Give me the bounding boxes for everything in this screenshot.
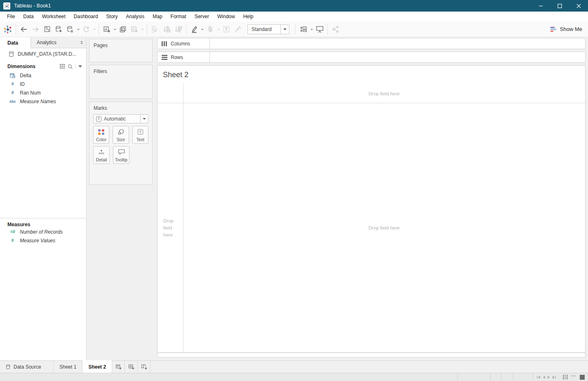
- toolbar: Standard: [0, 21, 588, 37]
- sort-descending-icon[interactable]: [172, 24, 184, 35]
- show-hide-cards-caret[interactable]: [309, 24, 314, 35]
- sheet-title[interactable]: Sheet 2: [163, 71, 188, 79]
- sheet-nav-controls: [533, 373, 559, 381]
- highlight-icon[interactable]: [188, 24, 200, 35]
- field-measure-names[interactable]: Abc Measure Names: [0, 97, 86, 106]
- show-mark-labels-icon[interactable]: [221, 24, 232, 35]
- fix-axes-icon[interactable]: [232, 24, 244, 35]
- view-canvas[interactable]: Sheet 2 Drop field here Drop field here …: [157, 65, 586, 357]
- detail-button[interactable]: Detail: [93, 146, 110, 164]
- rows-shelf[interactable]: Rows: [157, 52, 586, 63]
- presentation-mode-icon[interactable]: [314, 24, 325, 35]
- last-sheet-icon[interactable]: [553, 376, 556, 379]
- menu-server[interactable]: Server: [191, 12, 213, 21]
- share-icon[interactable]: [330, 24, 341, 35]
- pane-menu-caret-icon[interactable]: [78, 65, 82, 68]
- new-dashboard-button[interactable]: [125, 361, 138, 373]
- previous-sheet-icon[interactable]: [543, 376, 545, 379]
- menu-format[interactable]: Format: [167, 12, 191, 21]
- columns-shelf[interactable]: Columns: [157, 38, 586, 49]
- pause-auto-updates-icon[interactable]: [64, 24, 76, 35]
- new-worksheet-caret[interactable]: [113, 24, 117, 35]
- show-hide-cards-icon[interactable]: [298, 24, 309, 35]
- group-members-caret[interactable]: [216, 24, 221, 35]
- field-id[interactable]: # ID: [0, 80, 86, 88]
- new-worksheet-button[interactable]: [112, 361, 125, 373]
- duplicate-sheet-icon[interactable]: [117, 24, 129, 35]
- minimize-button[interactable]: [531, 0, 550, 12]
- color-button[interactable]: Color: [93, 126, 109, 144]
- redo-icon[interactable]: [30, 24, 41, 35]
- show-tabs-icon[interactable]: [563, 375, 568, 379]
- menu-dashboard[interactable]: Dashboard: [70, 12, 102, 21]
- menu-worksheet[interactable]: Worksheet: [38, 12, 70, 21]
- rows-drop-area[interactable]: [210, 52, 585, 62]
- number-icon: #: [9, 90, 16, 95]
- mark-type-dropdown[interactable]: T Automatic: [93, 114, 148, 123]
- new-dashboard-icon: [128, 363, 135, 370]
- show-me-label: Show Me: [560, 26, 582, 32]
- field-number-of-records[interactable]: =# Number of Records: [0, 227, 86, 236]
- clear-sheet-caret[interactable]: [140, 24, 145, 35]
- field-label: Measure Values: [20, 238, 55, 244]
- pane-swap-icon[interactable]: [80, 41, 83, 44]
- fit-selector-caret[interactable]: [280, 25, 289, 34]
- tab-sheet1[interactable]: Sheet 1: [54, 361, 82, 373]
- tab-sheet2[interactable]: Sheet 2: [82, 360, 112, 373]
- main-area: Data Analytics DUMMY_DATA (STAR.D... Dim…: [0, 37, 588, 360]
- pages-shelf[interactable]: Pages: [89, 39, 153, 62]
- size-label: Size: [117, 137, 125, 142]
- filmstrip-view-icon[interactable]: [571, 375, 576, 380]
- data-source-item[interactable]: DUMMY_DATA (STAR.D...: [0, 48, 86, 60]
- show-me-button[interactable]: Show Me: [550, 26, 582, 32]
- menu-window[interactable]: Window: [213, 12, 239, 21]
- run-update-caret[interactable]: [92, 24, 96, 35]
- close-button[interactable]: [569, 0, 588, 12]
- field-label: Number of Records: [20, 229, 63, 235]
- field-label: Measure Names: [20, 99, 56, 104]
- measures-title: Measures: [7, 222, 30, 227]
- swap-rows-columns-icon[interactable]: [149, 24, 161, 35]
- new-data-source-icon[interactable]: [53, 24, 64, 35]
- tooltip-button[interactable]: Tooltip: [113, 146, 129, 164]
- size-button[interactable]: Size: [113, 126, 129, 144]
- menu-bar: File Data Worksheet Dashboard Story Anal…: [0, 12, 588, 21]
- columns-drop-area[interactable]: [210, 38, 585, 49]
- size-circles-icon: [113, 126, 128, 137]
- fit-selector[interactable]: Standard: [247, 24, 289, 34]
- field-measure-values[interactable]: # Measure Values: [0, 236, 86, 245]
- find-field-icon[interactable]: [68, 64, 73, 69]
- new-story-button[interactable]: [138, 361, 151, 373]
- clear-sheet-icon[interactable]: [129, 24, 140, 35]
- highlight-caret[interactable]: [200, 24, 205, 35]
- view-data-icon[interactable]: [60, 64, 65, 69]
- new-worksheet-icon[interactable]: [101, 24, 113, 35]
- text-button[interactable]: T Text: [132, 126, 148, 144]
- mark-type-caret[interactable]: [140, 115, 148, 123]
- field-delta[interactable]: Delta: [0, 71, 86, 80]
- first-sheet-icon[interactable]: [537, 376, 540, 379]
- menu-map[interactable]: Map: [148, 12, 166, 21]
- group-members-icon[interactable]: [205, 24, 216, 35]
- menu-story[interactable]: Story: [102, 12, 122, 21]
- sort-ascending-icon[interactable]: [161, 24, 172, 35]
- next-sheet-icon[interactable]: [548, 376, 550, 379]
- menu-data[interactable]: Data: [19, 12, 38, 21]
- save-icon[interactable]: [41, 24, 53, 35]
- undo-icon[interactable]: [18, 24, 30, 35]
- tab-data-source[interactable]: Data Source: [0, 361, 54, 373]
- tab-analytics[interactable]: Analytics: [31, 37, 86, 48]
- run-update-icon[interactable]: [80, 24, 92, 35]
- menu-analysis[interactable]: Analysis: [122, 12, 149, 21]
- sheet-view-icon[interactable]: [580, 375, 585, 380]
- rows-shelf-label: Rows: [158, 52, 210, 62]
- tableau-start-page-icon[interactable]: [2, 24, 14, 35]
- filters-shelf[interactable]: Filters: [89, 65, 153, 99]
- maximize-button[interactable]: [550, 0, 569, 12]
- menu-file[interactable]: File: [3, 12, 19, 21]
- database-icon: [9, 51, 14, 57]
- tab-data[interactable]: Data: [0, 37, 31, 48]
- field-ran-num[interactable]: # Ran Num: [0, 88, 86, 97]
- pause-auto-updates-caret[interactable]: [76, 24, 80, 35]
- menu-help[interactable]: Help: [239, 12, 258, 21]
